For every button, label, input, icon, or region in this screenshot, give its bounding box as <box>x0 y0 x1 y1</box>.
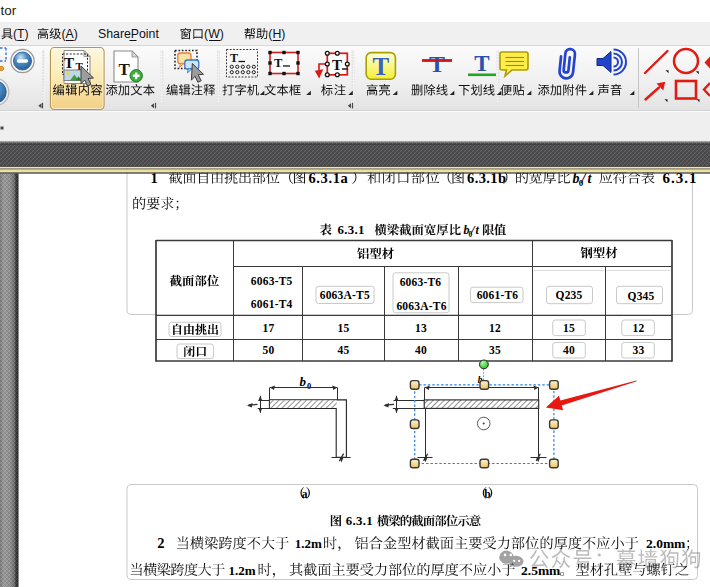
svg-text:T: T <box>64 55 74 71</box>
svg-text:tor: tor <box>1 3 17 18</box>
svg-text:(A): (A) <box>62 27 78 41</box>
svg-text:45: 45 <box>338 344 350 356</box>
svg-text:(T): (T) <box>13 27 29 41</box>
svg-text:1.2m: 1.2m <box>229 563 256 578</box>
svg-text:6063A-T5: 6063A-T5 <box>320 289 370 301</box>
svg-text:(H): (H) <box>268 27 285 41</box>
svg-text:T: T <box>332 57 342 73</box>
svg-text:33: 33 <box>633 344 645 356</box>
svg-text:13: 13 <box>415 322 427 334</box>
svg-text:Q345: Q345 <box>628 290 655 302</box>
svg-text:15: 15 <box>338 322 350 334</box>
svg-text:6063-T6: 6063-T6 <box>400 276 442 288</box>
svg-text:T: T <box>119 60 131 79</box>
svg-text:6063A-T6: 6063A-T6 <box>396 300 446 312</box>
svg-text:6.3.1: 6.3.1 <box>338 223 365 237</box>
svg-text:T: T <box>274 56 283 70</box>
svg-text:40: 40 <box>563 344 575 356</box>
svg-text:SharePoint: SharePoint <box>98 27 159 41</box>
svg-text:T: T <box>372 53 389 80</box>
svg-text:2.5mm: 2.5mm <box>521 563 561 578</box>
svg-text:50: 50 <box>263 344 275 356</box>
svg-text:6.3.1: 6.3.1 <box>346 514 373 528</box>
svg-text:0: 0 <box>307 381 311 391</box>
svg-text:1.2m: 1.2m <box>295 536 322 551</box>
svg-text:12: 12 <box>633 322 645 334</box>
svg-text:T: T <box>230 51 238 65</box>
svg-text:35: 35 <box>489 344 501 356</box>
svg-text:6063-T5: 6063-T5 <box>251 275 293 287</box>
svg-text:6061-T4: 6061-T4 <box>251 298 293 310</box>
svg-text:(W): (W) <box>204 27 224 41</box>
svg-text:T: T <box>474 51 489 76</box>
svg-text:2: 2 <box>157 535 164 551</box>
svg-text:a: a <box>302 488 308 500</box>
svg-text:b: b <box>300 374 307 389</box>
svg-text:T: T <box>429 51 445 77</box>
svg-text:17: 17 <box>263 322 275 334</box>
svg-text:6061-T6: 6061-T6 <box>477 289 519 301</box>
svg-text:Q235: Q235 <box>556 289 583 301</box>
svg-text:15: 15 <box>563 322 575 334</box>
svg-text:12: 12 <box>489 322 501 334</box>
svg-text:40: 40 <box>415 344 427 356</box>
svg-text:2.0mm: 2.0mm <box>646 536 686 551</box>
